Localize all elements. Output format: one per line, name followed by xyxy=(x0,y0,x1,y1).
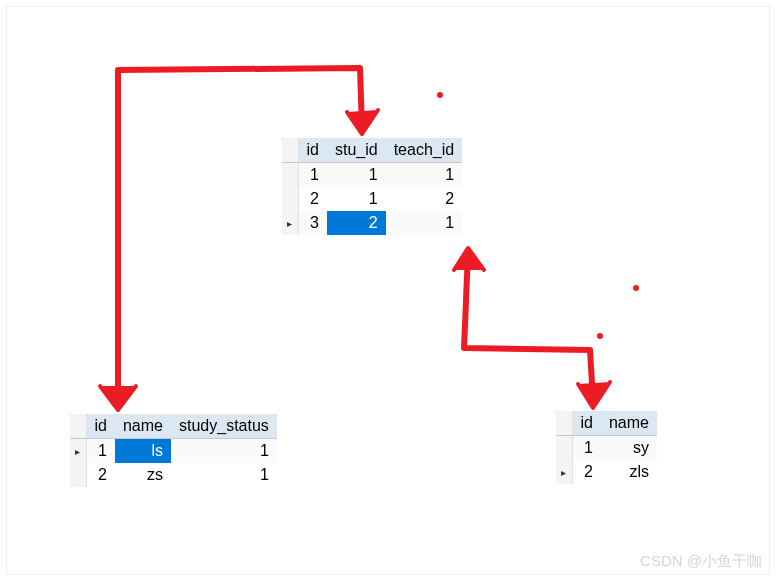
cell-id[interactable]: 1 xyxy=(572,436,601,461)
junction-table[interactable]: id stu_id teach_id 1 1 1 2 1 2 ▸ 3 2 1 xyxy=(282,138,462,235)
cell-id[interactable]: 2 xyxy=(298,187,327,211)
cell-id[interactable]: 3 xyxy=(298,211,327,235)
cell-name[interactable]: zls xyxy=(601,460,657,484)
row-marker: ▸ xyxy=(282,211,298,235)
cell-id[interactable]: 2 xyxy=(572,460,601,484)
cell-study-status[interactable]: 1 xyxy=(171,463,277,487)
cell-study-status[interactable]: 1 xyxy=(171,439,277,464)
col-name[interactable]: name xyxy=(601,411,657,436)
diagram-frame xyxy=(6,6,770,575)
row-marker xyxy=(282,163,298,188)
table-row[interactable]: 2 1 2 xyxy=(282,187,462,211)
cell-teach-id[interactable]: 1 xyxy=(386,211,463,235)
table-row[interactable]: ▸ 3 2 1 xyxy=(282,211,462,235)
col-id[interactable]: id xyxy=(86,414,115,439)
table-row[interactable]: ▸ 2 zls xyxy=(556,460,657,484)
col-stu-id[interactable]: stu_id xyxy=(327,138,386,163)
row-marker xyxy=(282,187,298,211)
cell-teach-id[interactable]: 1 xyxy=(386,163,463,188)
table-header-row: id name xyxy=(556,411,657,436)
row-marker-header xyxy=(556,411,572,436)
row-marker xyxy=(70,463,86,487)
cell-stu-id[interactable]: 1 xyxy=(327,163,386,188)
cell-id[interactable]: 2 xyxy=(86,463,115,487)
cell-id[interactable]: 1 xyxy=(86,439,115,464)
table-row[interactable]: 1 1 1 xyxy=(282,163,462,188)
cell-stu-id[interactable]: 2 xyxy=(327,211,386,235)
table-row[interactable]: 1 sy xyxy=(556,436,657,461)
table-header-row: id name study_status xyxy=(70,414,277,439)
col-name[interactable]: name xyxy=(115,414,171,439)
table-row[interactable]: 2 zs 1 xyxy=(70,463,277,487)
row-marker-header xyxy=(282,138,298,163)
teacher-table[interactable]: id name 1 sy ▸ 2 zls xyxy=(556,411,657,484)
cell-name[interactable]: ls xyxy=(115,439,171,464)
cell-name[interactable]: sy xyxy=(601,436,657,461)
cell-stu-id[interactable]: 1 xyxy=(327,187,386,211)
cell-id[interactable]: 1 xyxy=(298,163,327,188)
row-marker: ▸ xyxy=(556,460,572,484)
table-row[interactable]: ▸ 1 ls 1 xyxy=(70,439,277,464)
student-table[interactable]: id name study_status ▸ 1 ls 1 2 zs 1 xyxy=(70,414,277,487)
cell-name[interactable]: zs xyxy=(115,463,171,487)
row-marker-header xyxy=(70,414,86,439)
col-study-status[interactable]: study_status xyxy=(171,414,277,439)
row-marker: ▸ xyxy=(70,439,86,464)
watermark: CSDN @小鱼干咖 xyxy=(640,552,762,571)
table-header-row: id stu_id teach_id xyxy=(282,138,462,163)
col-id[interactable]: id xyxy=(298,138,327,163)
row-marker xyxy=(556,436,572,461)
col-teach-id[interactable]: teach_id xyxy=(386,138,463,163)
col-id[interactable]: id xyxy=(572,411,601,436)
cell-teach-id[interactable]: 2 xyxy=(386,187,463,211)
